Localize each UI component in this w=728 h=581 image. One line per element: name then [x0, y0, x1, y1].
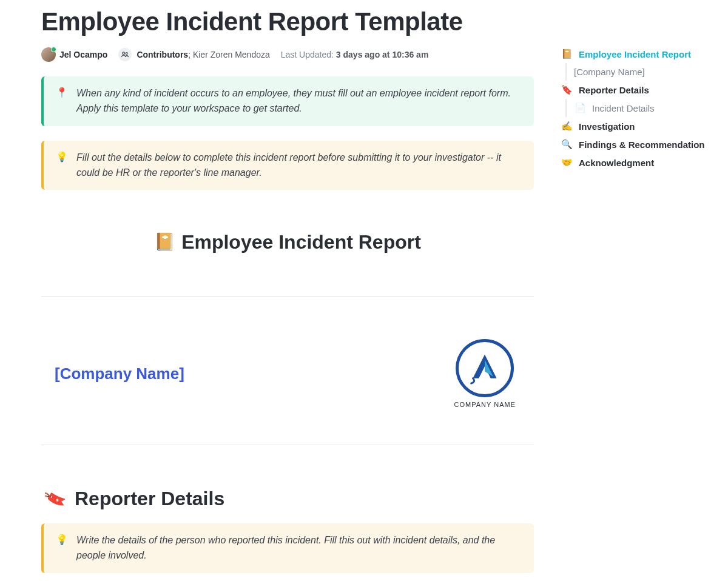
avatar [41, 47, 56, 62]
contributors-names: Kier Zoren Mendoza [193, 50, 270, 59]
magnifier-icon: 🔍 [561, 139, 573, 150]
toc-label: Findings & Recommendation [579, 139, 705, 150]
toc-item-acknowledgment[interactable]: 🤝 Acknowledgment [558, 153, 710, 172]
toc-item-report[interactable]: 📔 Employee Incident Report [558, 45, 710, 63]
section-heading-reporter: 🔖 Reporter Details [45, 488, 534, 510]
bookmark-icon: 🔖 [42, 486, 69, 512]
document-main: Employee Incident Report Template Jel Oc… [0, 0, 534, 581]
svg-point-0 [123, 52, 125, 55]
callout-instructions-1: 💡 Fill out the details below to complete… [41, 141, 534, 190]
svg-point-1 [126, 53, 127, 55]
toc-label: Incident Details [592, 103, 655, 113]
toc-label: Reporter Details [579, 85, 649, 95]
logo-caption: COMPANY NAME [454, 401, 516, 408]
company-name-placeholder[interactable]: [Company Name] [55, 364, 184, 383]
section-heading-reporter-text: Reporter Details [75, 488, 224, 510]
company-row: [Company Name] COMPANY NAME [41, 339, 534, 408]
toc-label: [Company Name] [574, 67, 645, 77]
divider [41, 296, 534, 297]
bulb-icon: 💡 [56, 533, 68, 546]
toc-label: Investigation [579, 121, 635, 132]
pin-icon: 📍 [56, 86, 68, 99]
page-title: Employee Incident Report Template [41, 7, 534, 36]
notebook-icon: 📔 [561, 49, 573, 59]
author[interactable]: Jel Ocampo [41, 47, 107, 62]
page-icon: 📄 [574, 102, 586, 113]
table-of-contents: 📔 Employee Incident Report [Company Name… [558, 45, 710, 172]
callout-intro: 📍 When any kind of incident occurs to an… [41, 76, 534, 126]
updated-value: 3 days ago at 10:36 am [336, 50, 429, 59]
notebook-icon: 📔 [154, 232, 175, 251]
people-icon [118, 48, 132, 61]
section-heading-report: 📔Employee Incident Report [41, 231, 534, 254]
byline-row: Jel Ocampo Contributors; Kier Zoren Mend… [41, 47, 534, 62]
toc-label: Acknowledgment [579, 158, 654, 168]
writing-icon: ✍️ [561, 121, 573, 132]
handshake-icon: 🤝 [561, 157, 573, 168]
last-updated: Last Updated: 3 days ago at 10:36 am [281, 50, 429, 59]
toc-label: Employee Incident Report [579, 49, 691, 59]
toc-item-findings[interactable]: 🔍 Findings & Recommendation [558, 135, 710, 153]
callout-instructions-2-text: Write the details of the person who repo… [76, 533, 519, 563]
callout-instructions-2: 💡 Write the details of the person who re… [41, 523, 534, 573]
logo-icon [456, 339, 514, 397]
divider [41, 445, 534, 445]
toc-item-investigation[interactable]: ✍️ Investigation [558, 117, 710, 135]
toc-item-company[interactable]: [Company Name] [565, 63, 710, 81]
contributors[interactable]: Contributors; Kier Zoren Mendoza [118, 48, 269, 61]
callout-intro-text: When any kind of incident occurs to an e… [76, 86, 519, 116]
company-logo: COMPANY NAME [454, 339, 516, 408]
contributors-label: Contributors [136, 50, 188, 59]
author-name: Jel Ocampo [59, 50, 107, 59]
section-heading-report-text: Employee Incident Report [181, 231, 421, 253]
bulb-icon: 💡 [56, 150, 68, 164]
bookmark-icon: 🔖 [561, 84, 573, 95]
updated-label: Last Updated: [281, 50, 336, 59]
toc-item-incident-details[interactable]: 📄 Incident Details [565, 99, 710, 117]
toc-item-reporter[interactable]: 🔖 Reporter Details [558, 81, 710, 99]
callout-instructions-1-text: Fill out the details below to complete t… [76, 150, 519, 181]
